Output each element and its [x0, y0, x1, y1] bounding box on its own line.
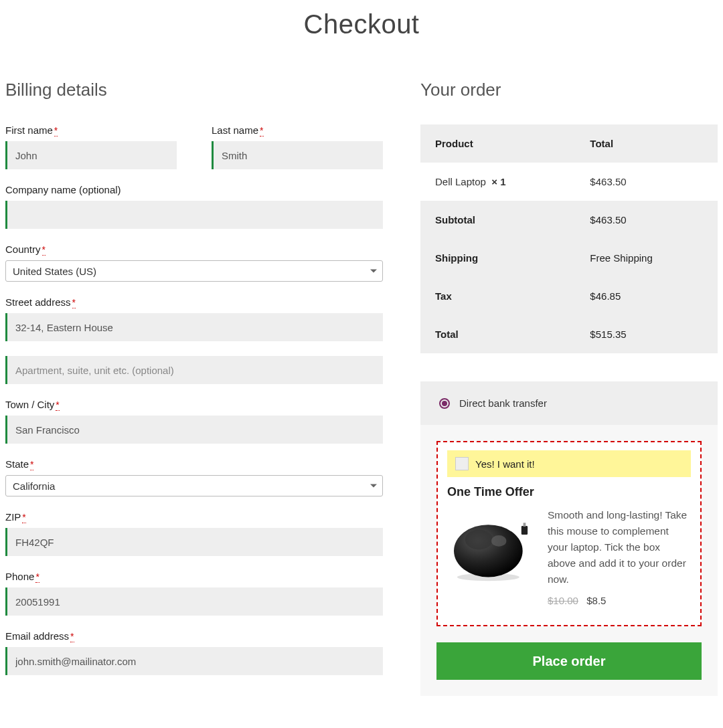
last-name-field: Last name*	[212, 124, 383, 169]
zip-field: ZIP*	[5, 511, 383, 556]
shipping-value: Free Shipping	[575, 239, 718, 277]
order-item-total: $463.50	[575, 163, 718, 201]
first-name-label: First name*	[5, 124, 177, 136]
required-mark: *	[22, 512, 25, 523]
billing-column: Billing details First name* Last name* C…	[5, 80, 383, 696]
company-input[interactable]	[5, 201, 383, 229]
last-name-input[interactable]	[212, 141, 383, 169]
street-input[interactable]	[5, 313, 383, 341]
tax-label: Tax	[420, 277, 575, 315]
chevron-down-icon	[370, 270, 377, 273]
svg-point-1	[465, 530, 493, 550]
required-mark: *	[35, 571, 39, 583]
order-item-name: Dell Laptop	[435, 176, 486, 187]
svg-rect-4	[521, 526, 528, 535]
zip-input[interactable]	[5, 528, 383, 556]
chevron-down-icon	[370, 484, 377, 488]
svg-rect-5	[524, 523, 526, 527]
order-table: Product Total Dell Laptop × 1 $463.50 Su…	[420, 124, 718, 353]
company-label: Company name (optional)	[5, 184, 383, 195]
order-item-qty: 1	[500, 176, 505, 187]
city-label: Town / City*	[5, 399, 383, 410]
state-select[interactable]: California	[5, 475, 383, 496]
required-mark: *	[56, 399, 59, 411]
payment-method-label: Direct bank transfer	[459, 397, 547, 409]
shipping-label: Shipping	[420, 239, 575, 277]
offer-description: Smooth and long-lasting! Take this mouse…	[548, 507, 691, 587]
svg-point-3	[457, 573, 519, 581]
street-label: Street address*	[5, 296, 383, 308]
street-field: Street address*	[5, 296, 383, 341]
country-label: Country*	[5, 244, 383, 255]
total-value: $515.35	[575, 315, 718, 353]
order-item-row: Dell Laptop × 1 $463.50	[420, 163, 718, 201]
email-label: Email address*	[5, 630, 383, 642]
offer-opt-in-label: Yes! I want it!	[475, 458, 535, 470]
payment-method-row[interactable]: Direct bank transfer	[420, 381, 718, 425]
page-title: Checkout	[5, 9, 718, 39]
total-label: Total	[420, 315, 575, 353]
first-name-input[interactable]	[5, 141, 177, 169]
company-field: Company name (optional)	[5, 184, 383, 229]
radio-selected-icon	[439, 398, 450, 409]
phone-input[interactable]	[5, 587, 383, 616]
offer-opt-in-row: Yes! I want it!	[447, 450, 691, 477]
phone-field: Phone*	[5, 571, 383, 616]
required-mark: *	[72, 297, 76, 308]
country-value: United States (US)	[13, 266, 96, 277]
city-input[interactable]	[5, 416, 383, 444]
street2-input[interactable]	[5, 356, 383, 384]
payment-box: Direct bank transfer Yes! I want it! One…	[420, 381, 718, 696]
order-column: Your order Product Total Dell Laptop × 1…	[420, 80, 718, 696]
city-field: Town / City*	[5, 399, 383, 444]
required-mark: *	[30, 459, 33, 470]
phone-label: Phone*	[5, 571, 383, 582]
required-mark: *	[42, 244, 46, 256]
required-mark: *	[54, 125, 58, 136]
one-time-offer: Yes! I want it! One Time Offer	[436, 441, 702, 626]
email-field: Email address*	[5, 630, 383, 675]
offer-product-image	[447, 507, 536, 582]
email-input[interactable]	[5, 647, 383, 675]
state-field: State* California	[5, 458, 383, 496]
required-mark: *	[70, 631, 74, 642]
zip-label: ZIP*	[5, 511, 383, 523]
billing-heading: Billing details	[5, 80, 383, 100]
subtotal-value: $463.50	[575, 201, 718, 239]
tax-value: $46.85	[575, 277, 718, 315]
subtotal-label: Subtotal	[420, 201, 575, 239]
country-select[interactable]: United States (US)	[5, 260, 383, 282]
col-product: Product	[420, 124, 575, 163]
offer-description-block: Smooth and long-lasting! Take this mouse…	[548, 507, 691, 609]
place-order-button[interactable]: Place order	[436, 642, 702, 680]
required-mark: *	[260, 125, 263, 136]
col-total: Total	[575, 124, 718, 163]
first-name-field: First name*	[5, 124, 177, 169]
last-name-label: Last name*	[212, 124, 383, 136]
state-label: State*	[5, 458, 383, 470]
offer-title: One Time Offer	[447, 485, 691, 499]
street2-field	[5, 356, 383, 384]
svg-point-2	[491, 535, 506, 547]
country-field: Country* United States (US)	[5, 244, 383, 282]
offer-checkbox[interactable]	[455, 457, 469, 470]
offer-new-price: $8.5	[586, 595, 606, 606]
state-value: California	[13, 480, 55, 492]
offer-old-price: $10.00	[548, 595, 578, 606]
order-heading: Your order	[420, 80, 718, 100]
